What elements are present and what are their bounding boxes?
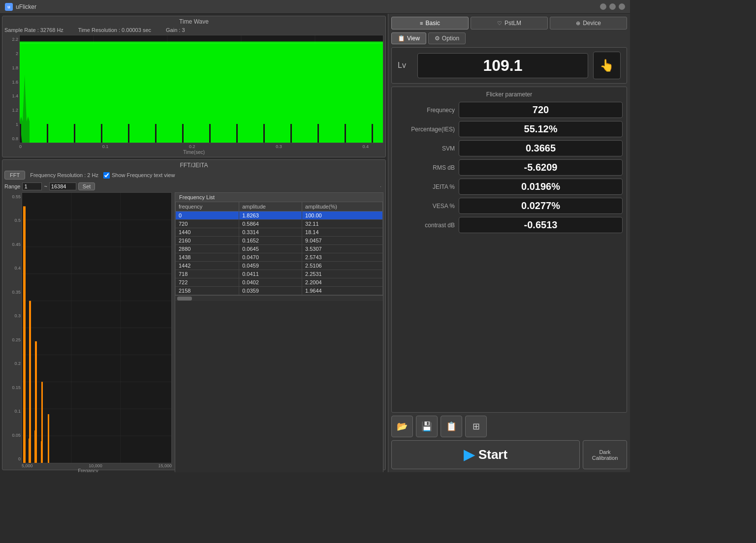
amplitude-pct-cell: 2.2004 (302, 278, 383, 287)
table-row[interactable]: 2158 0.0359 1.9644 (176, 287, 383, 295)
device-tab-icon: ⊕ (576, 20, 580, 27)
fft-chart (22, 192, 172, 463)
svg-rect-47 (29, 301, 31, 463)
svg-marker-27 (236, 124, 238, 143)
show-freq-checkbox[interactable] (103, 172, 110, 179)
wave-x-label: Time(sec) (4, 150, 383, 155)
fft-button[interactable]: FFT (4, 171, 25, 180)
amplitude-cell: 0.0645 (239, 245, 302, 253)
tab-pstalm-label: PstLM (504, 20, 521, 27)
freq-list-scrollbar[interactable] (175, 295, 383, 301)
fft-left: 0.550.50.450.40.350.30.250.20.150.10.050 (4, 192, 172, 472)
left-panel: Time Wave Sample Rate : 32768 Hz Time Re… (0, 14, 388, 472)
wave-x-axis: 00.10.20.30.4 (4, 143, 383, 149)
scrollbar-thumb[interactable] (177, 297, 192, 301)
range-from-input[interactable] (22, 182, 42, 190)
view-icon: 📋 (398, 35, 405, 42)
param-label: Percentage(IES) (396, 126, 455, 133)
fft-title: FFT/JEITA (4, 162, 383, 169)
sub-tab-option-label: Option (442, 35, 459, 42)
param-value: -0.6513 (459, 217, 623, 233)
sub-tab-view-label: View (407, 35, 420, 42)
svg-rect-53 (29, 439, 30, 463)
range-row: Range ~ Set · (4, 182, 383, 190)
lv-row: Lv 109.1 👆 (391, 47, 627, 84)
range-tilde: ~ (44, 183, 47, 189)
main-container: Time Wave Sample Rate : 32768 Hz Time Re… (0, 14, 630, 472)
svg-rect-54 (30, 439, 31, 463)
col-amplitude: amplitude (239, 202, 302, 211)
range-to-input[interactable] (49, 182, 76, 190)
table-row[interactable]: 1440 0.3314 18.14 (176, 228, 383, 237)
amplitude-pct-cell: 32.11 (302, 220, 383, 228)
maximize-button[interactable] (609, 3, 616, 10)
show-freq-checkbox-row[interactable]: Show Frequency text view (103, 172, 175, 179)
close-button[interactable] (619, 3, 625, 10)
freq-cell: 1440 (176, 228, 239, 237)
amplitude-pct-cell: 2.5106 (302, 262, 383, 270)
freq-cell: 720 (176, 220, 239, 228)
table-row[interactable]: 1442 0.0459 2.5106 (176, 262, 383, 270)
svg-marker-29 (290, 124, 292, 143)
start-button[interactable]: ▶ Start (391, 440, 580, 469)
time-wave-title: Time Wave (4, 18, 383, 25)
show-freq-label: Show Frequency text view (112, 172, 175, 178)
sample-rate: Sample Rate : 32768 Hz (4, 27, 63, 33)
amplitude-pct-cell: 9.0457 (302, 237, 383, 245)
tab-basic[interactable]: ≡ Basic (391, 17, 469, 30)
save-button[interactable]: 💾 (416, 416, 438, 437)
svg-rect-51 (34, 430, 35, 463)
freq-resolution: Frequency Resolution : 2 Hz (30, 172, 98, 178)
minimize-button[interactable] (600, 3, 606, 10)
svg-marker-32 (372, 124, 373, 143)
open-folder-button[interactable]: 📂 (391, 416, 413, 437)
svg-rect-52 (35, 436, 36, 463)
param-value: 55.12% (459, 121, 623, 137)
frequency-list-title: Frequency List (175, 193, 383, 202)
params-container: Frequnecy 720Percentage(IES) 55.12%SVM 0… (396, 102, 623, 233)
svg-rect-50 (48, 414, 49, 463)
param-value: 0.3665 (459, 140, 623, 156)
dark-calibration-button[interactable]: DarkCalibration (583, 440, 627, 469)
amplitude-pct-cell: 3.5307 (302, 245, 383, 253)
table-row[interactable]: 718 0.0411 2.2531 (176, 270, 383, 278)
fft-svg (22, 193, 171, 463)
table-row[interactable]: 2880 0.0645 3.5307 (176, 245, 383, 253)
window-controls[interactable] (600, 3, 625, 10)
sub-tab-option[interactable]: ⚙ Option (428, 32, 466, 44)
table-row[interactable]: 2160 0.1652 9.0457 (176, 237, 383, 245)
lv-icon-button[interactable]: 👆 (593, 52, 621, 79)
lv-value: 109.1 (417, 53, 588, 78)
main-tabs: ≡ Basic ♡ PstLM ⊕ Device (391, 17, 627, 30)
tab-pstalm[interactable]: ♡ PstLM (471, 17, 548, 30)
freq-cell: 1438 (176, 253, 239, 262)
pstalm-tab-icon: ♡ (497, 20, 502, 27)
clipboard-button[interactable]: 📋 (441, 416, 462, 437)
param-label: contrast dB (396, 222, 455, 229)
grid-button[interactable]: ⊞ (465, 416, 487, 437)
set-button[interactable]: Set (78, 182, 95, 190)
wave-info: Sample Rate : 32768 Hz Time Resolution :… (4, 27, 383, 33)
table-row[interactable]: 1438 0.0470 2.5743 (176, 253, 383, 262)
fft-x-center-label: Freqancy (4, 468, 172, 472)
sub-tabs: 📋 View ⚙ Option (391, 32, 627, 44)
fft-y-axis: 0.550.50.450.40.350.30.250.20.150.10.050 (4, 192, 22, 463)
sub-tab-view[interactable]: 📋 View (391, 32, 426, 44)
svg-marker-20 (47, 124, 48, 143)
svg-marker-19 (20, 124, 21, 143)
titlebar: u uFlicker (0, 0, 630, 14)
start-label: Start (478, 447, 507, 462)
table-row[interactable]: 0 1.8263 100.00 (176, 211, 383, 220)
table-row[interactable]: 722 0.0402 2.2004 (176, 278, 383, 287)
fft-content: 0.550.50.450.40.350.30.250.20.150.10.050 (4, 192, 383, 472)
amplitude-cell: 0.3314 (239, 228, 302, 237)
param-label: VESA % (396, 203, 455, 210)
freq-cell: 718 (176, 270, 239, 278)
fft-x-labels: 5,00010,00015,000 (4, 463, 172, 468)
dark-cal-label: DarkCalibration (592, 449, 618, 461)
fft-section: FFT/JEITA FFT Frequency Resolution : 2 H… (2, 159, 386, 470)
bottom-toolbar: 📂 💾 📋 ⊞ (391, 416, 627, 437)
tab-device[interactable]: ⊕ Device (550, 17, 627, 30)
table-row[interactable]: 720 0.5864 32.11 (176, 220, 383, 228)
svg-marker-31 (345, 124, 346, 143)
